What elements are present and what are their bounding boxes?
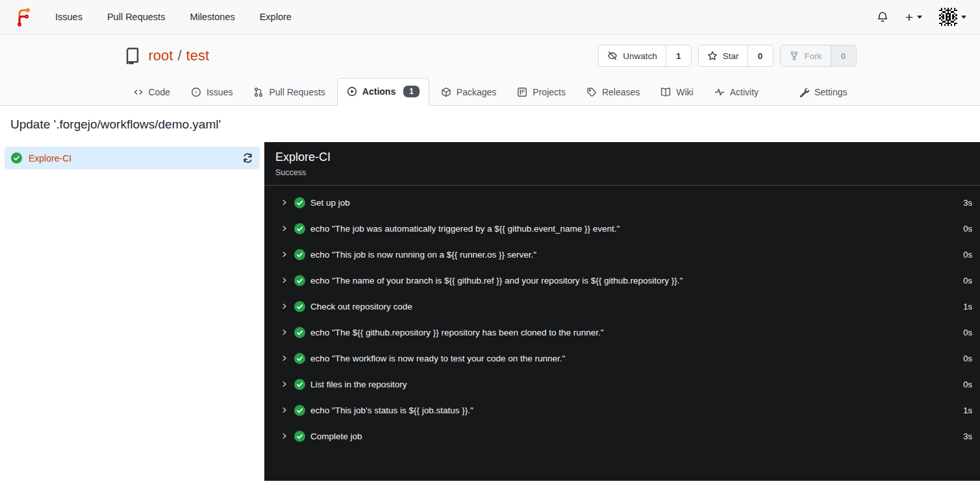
navbar-right: + (877, 8, 966, 26)
actions-count-badge: 1 (403, 86, 420, 97)
step-row[interactable]: Check out repository code 1s (264, 293, 980, 319)
step-row[interactable]: echo "This job's status is ${{ job.statu… (264, 397, 980, 423)
chevron-right-icon (281, 199, 288, 206)
repo-action-buttons: Unwatch 1 Star 0 Fork 0 (598, 45, 856, 67)
tab-wiki[interactable]: Wiki (651, 80, 702, 105)
create-new-button[interactable]: + (905, 10, 922, 24)
success-check-icon (294, 275, 305, 286)
unwatch-button-group[interactable]: Unwatch 1 (598, 45, 692, 67)
chevron-right-icon (281, 276, 288, 284)
star-label: Star (723, 51, 739, 61)
step-list: Set up job 3s echo "The job was automati… (264, 186, 980, 449)
tab-label: Actions (362, 86, 396, 97)
fork-button: Fork (781, 45, 831, 66)
job-name: Explore-CI (29, 153, 71, 164)
job-status-text: Success (275, 168, 969, 177)
step-row[interactable]: echo "The ${{ github.repository }} repos… (264, 319, 980, 345)
step-name: echo "The name of your branch is ${{ git… (310, 276, 683, 286)
run-view: Explore-CI Explore-CI Success Set up job… (0, 142, 980, 481)
step-duration: 3s (963, 198, 972, 208)
play-circle-icon (347, 86, 357, 97)
success-check-icon (294, 379, 305, 390)
unwatch-label: Unwatch (623, 51, 657, 61)
step-duration: 0s (963, 328, 972, 337)
step-row[interactable]: List files in the repository 0s (264, 371, 980, 397)
step-duration: 0s (963, 276, 972, 286)
repo-owner-link[interactable]: root (149, 47, 173, 64)
nav-item-milestones[interactable]: Milestones (190, 12, 234, 22)
top-navbar: Issues Pull Requests Milestones Explore … (0, 0, 980, 34)
success-check-icon (294, 405, 305, 416)
nav-item-pull-requests[interactable]: Pull Requests (107, 12, 165, 22)
forks-count: 0 (831, 45, 856, 66)
tab-packages[interactable]: Packages (432, 80, 505, 105)
pulse-icon (714, 87, 725, 97)
pull-request-icon (253, 87, 264, 97)
tab-label: Settings (814, 87, 848, 97)
tab-projects[interactable]: Projects (508, 80, 575, 105)
tab-label: Issues (207, 87, 232, 97)
step-name: echo "The ${{ github.repository }} repos… (310, 328, 604, 337)
page-title: Update '.forgejo/workflows/demo.yaml' (10, 117, 970, 132)
step-name: Set up job (310, 198, 350, 208)
code-icon (133, 87, 144, 97)
step-name: echo "The workflow is now ready to test … (310, 354, 565, 363)
step-row[interactable]: Complete job 3s (264, 423, 980, 449)
eye-slash-icon (607, 51, 618, 61)
stars-count[interactable]: 0 (748, 45, 773, 66)
chevron-right-icon (281, 302, 288, 310)
project-board-icon (517, 87, 527, 97)
fork-button-group: Fork 0 (780, 45, 857, 67)
star-icon (707, 51, 718, 61)
job-log-panel: Explore-CI Success Set up job 3s echo "T… (264, 142, 980, 481)
nav-item-explore[interactable]: Explore (260, 12, 292, 22)
step-row[interactable]: echo "The job was automatically triggere… (264, 215, 980, 241)
unwatch-button[interactable]: Unwatch (599, 45, 666, 66)
plus-icon: + (905, 10, 913, 24)
chevron-right-icon (281, 225, 288, 232)
step-row[interactable]: echo "The workflow is now ready to test … (264, 345, 980, 371)
fork-label: Fork (805, 51, 822, 61)
issue-icon (191, 87, 201, 97)
watchers-count[interactable]: 1 (666, 45, 691, 66)
avatar (939, 8, 957, 26)
star-button[interactable]: Star (699, 45, 748, 66)
star-button-group[interactable]: Star 0 (698, 45, 773, 67)
step-duration: 0s (963, 224, 972, 234)
success-check-icon (294, 197, 305, 208)
repo-book-icon (124, 47, 141, 64)
step-row[interactable]: echo "This job is now running on a ${{ r… (264, 241, 980, 267)
forgejo-logo-icon[interactable] (14, 7, 33, 27)
step-duration: 0s (963, 380, 972, 389)
step-row[interactable]: Set up job 3s (264, 189, 980, 215)
tab-actions[interactable]: Actions 1 (337, 78, 429, 106)
step-name: echo "The job was automatically triggere… (310, 224, 620, 234)
package-icon (441, 87, 451, 97)
tab-pull-requests[interactable]: Pull Requests (244, 80, 334, 105)
step-name: Complete job (310, 431, 362, 441)
success-check-icon (294, 223, 305, 234)
user-menu[interactable] (939, 8, 966, 26)
step-row[interactable]: echo "The name of your branch is ${{ git… (264, 267, 980, 293)
tab-activity[interactable]: Activity (705, 80, 768, 105)
repo-name-link[interactable]: test (186, 47, 209, 64)
tab-releases[interactable]: Releases (577, 80, 649, 105)
tab-settings[interactable]: Settings (790, 80, 857, 105)
notifications-bell-icon[interactable] (877, 11, 888, 23)
rerun-refresh-icon[interactable] (242, 152, 253, 164)
step-duration: 0s (963, 354, 972, 363)
tab-label: Activity (730, 87, 759, 97)
chevron-right-icon (281, 432, 288, 440)
fork-icon (789, 51, 799, 61)
chevron-right-icon (281, 250, 288, 258)
open-book-icon (660, 87, 671, 97)
breadcrumb-separator: / (177, 47, 181, 64)
tab-issues[interactable]: Issues (182, 80, 242, 105)
tab-code[interactable]: Code (124, 80, 179, 105)
caret-down-icon (961, 16, 966, 19)
job-title: Explore-CI (275, 151, 969, 164)
chevron-right-icon (281, 380, 288, 388)
nav-item-issues[interactable]: Issues (55, 12, 82, 22)
job-item-explore-ci[interactable]: Explore-CI (5, 147, 260, 169)
success-check-icon (294, 249, 305, 260)
